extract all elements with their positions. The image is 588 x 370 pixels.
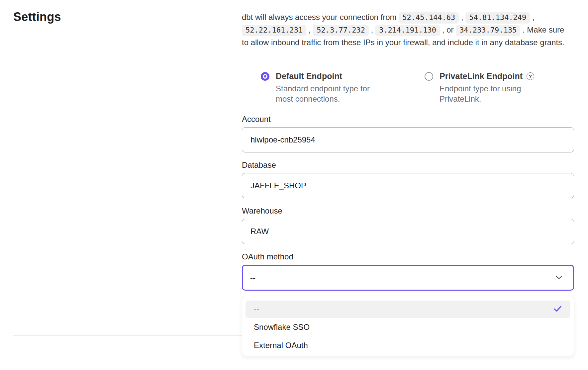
radio-privatelink-label: PrivateLink Endpoint ? <box>440 71 552 81</box>
page-title: Settings <box>13 10 61 24</box>
warehouse-label: Warehouse <box>242 206 574 216</box>
dropdown-option-none[interactable]: -- <box>245 301 570 318</box>
ip-chip: 52.22.161.231 <box>242 25 306 36</box>
check-icon <box>553 306 562 313</box>
oauth-method-dropdown-menu: -- Snowflake SSO External OAuth <box>242 296 574 356</box>
account-label: Account <box>242 115 574 124</box>
database-field-group: Database <box>242 160 574 198</box>
intro-text: dbt will always access your connection f… <box>242 13 399 22</box>
ip-chip: 52.45.144.63 <box>399 12 459 24</box>
radio-default-endpoint[interactable] <box>261 72 269 81</box>
oauth-method-selected-value: -- <box>250 273 255 282</box>
oauth-method-label: OAuth method <box>242 252 574 261</box>
intro-text: , <box>369 25 375 34</box>
radio-default-label-text: Default Endpoint <box>276 71 342 81</box>
chevron-down-icon <box>556 275 562 281</box>
settings-form: dbt will always access your connection f… <box>242 11 574 356</box>
intro-text: , <box>306 25 313 34</box>
account-field-group: Account <box>242 115 574 152</box>
ip-chip: 34.233.79.135 <box>456 25 520 36</box>
radio-privatelink-texts: PrivateLink Endpoint ? Endpoint type for… <box>440 71 552 104</box>
account-input[interactable] <box>242 127 574 152</box>
oauth-method-field-group: OAuth method -- <box>242 252 574 291</box>
question-circle-icon[interactable]: ? <box>527 72 534 80</box>
radio-default-texts: Default Endpoint Standard endpoint type … <box>276 71 388 104</box>
database-label: Database <box>242 160 574 170</box>
oauth-method-select[interactable]: -- <box>242 265 574 291</box>
dropdown-option-none-label: -- <box>254 305 259 314</box>
intro-text: , <box>459 13 465 22</box>
intro-text: , <box>530 13 534 22</box>
warehouse-field-group: Warehouse <box>242 206 574 244</box>
ip-allowlist-paragraph: dbt will always access your connection f… <box>242 11 569 49</box>
radio-default-label: Default Endpoint <box>276 71 388 81</box>
database-input[interactable] <box>242 173 574 198</box>
radio-privatelink-description: Endpoint type for using PrivateLink. <box>440 83 552 104</box>
dropdown-option-snowflake-sso[interactable]: Snowflake SSO <box>242 318 574 336</box>
radio-default-description: Standard endpoint type for most connecti… <box>276 83 388 104</box>
intro-text: , or <box>440 25 456 34</box>
warehouse-input[interactable] <box>242 219 574 244</box>
ip-chip: 3.214.191.130 <box>375 25 440 36</box>
radio-privatelink-endpoint[interactable] <box>425 72 433 81</box>
ip-chip: 52.3.77.232 <box>313 25 369 36</box>
radio-option-privatelink-endpoint[interactable]: PrivateLink Endpoint ? Endpoint type for… <box>425 71 569 104</box>
endpoint-type-radio-group: Default Endpoint Standard endpoint type … <box>242 71 574 104</box>
ip-chip: 54.81.134.249 <box>465 12 530 24</box>
radio-privatelink-label-text: PrivateLink Endpoint <box>440 71 523 81</box>
dropdown-option-external-oauth[interactable]: External OAuth <box>242 336 574 354</box>
radio-option-default-endpoint[interactable]: Default Endpoint Standard endpoint type … <box>261 71 406 104</box>
